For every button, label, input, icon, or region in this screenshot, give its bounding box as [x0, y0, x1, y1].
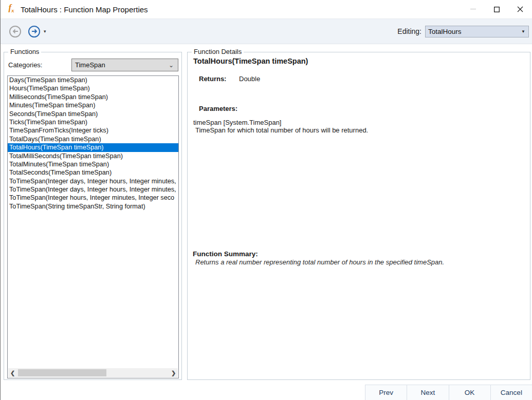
editing-combobox[interactable]: TotalHours ▼: [425, 26, 529, 37]
window-title: TotalHours : Function Map Properties: [21, 5, 148, 14]
function-list-item[interactable]: Milliseconds(TimeSpan timeSpan): [8, 93, 178, 101]
forward-arrow-icon: [31, 29, 38, 34]
function-list-item[interactable]: TotalMinutes(TimeSpan timeSpan): [8, 160, 178, 168]
parameters-label: Parameters:: [199, 105, 237, 112]
next-button[interactable]: Next: [407, 385, 448, 400]
function-list-item[interactable]: ToTimeSpan(Integer days, Integer hours, …: [8, 177, 178, 185]
maximize-icon: [494, 7, 500, 12]
categories-combobox-chevron-icon: ⌄: [169, 62, 174, 69]
title-bar: fx TotalHours : Function Map Properties: [1, 0, 532, 18]
function-signature-heading: TotalHours(TimeSpan timeSpan): [193, 57, 308, 65]
minimize-icon: [470, 9, 476, 10]
forward-button[interactable]: [28, 26, 40, 37]
scroll-left-arrow-icon[interactable]: ❮: [8, 370, 17, 376]
functions-groupbox-label: Functions: [8, 48, 41, 55]
editing-combobox-caret-icon: ▼: [521, 29, 525, 34]
categories-label: Categories:: [8, 61, 42, 69]
parameter-description: TimeSpan for which total number of hours…: [195, 126, 368, 134]
function-list-item[interactable]: Seconds(TimeSpan timeSpan): [8, 110, 178, 118]
function-summary-label: Function Summary:: [193, 250, 258, 258]
returns-label: Returns:: [199, 75, 226, 83]
close-icon: [517, 6, 523, 12]
back-button[interactable]: [9, 26, 21, 37]
minimize-button[interactable]: [461, 0, 485, 18]
function-list-item[interactable]: TotalMilliSeconds(TimeSpan timeSpan): [8, 152, 178, 160]
categories-combobox[interactable]: TimeSpan ⌄: [71, 59, 178, 71]
function-details-groupbox-label: Function Details: [192, 48, 244, 55]
scrollbar-thumb[interactable]: [18, 369, 106, 376]
parameter-name: timeSpan [System.TimeSpan]: [193, 119, 281, 126]
function-list-item[interactable]: Minutes(TimeSpan timeSpan): [8, 101, 178, 109]
close-button[interactable]: [508, 0, 532, 18]
editing-combobox-value: TotalHours: [428, 28, 462, 35]
fx-icon: fx: [6, 3, 16, 15]
function-list-item[interactable]: Ticks(TimeSpan timeSpan): [8, 118, 178, 126]
function-list-item[interactable]: TotalSeconds(TimeSpan timeSpan): [8, 168, 178, 177]
function-list-item[interactable]: Days(TimeSpan timeSpan): [8, 76, 178, 84]
cancel-button[interactable]: Cancel: [490, 385, 532, 400]
categories-combobox-value: TimeSpan: [75, 61, 105, 69]
function-details-groupbox: Function Details TotalHours(TimeSpan tim…: [187, 52, 530, 380]
returns-value: Double: [239, 75, 260, 83]
function-list-item[interactable]: ToTimeSpan(Integer days, Integer hours, …: [8, 185, 178, 194]
prev-button[interactable]: Prev: [365, 385, 407, 400]
function-list-item[interactable]: TimeSpanFromTicks(Integer ticks): [8, 126, 178, 135]
editing-label: Editing:: [397, 27, 421, 35]
back-arrow-icon: [12, 29, 19, 34]
function-list-item[interactable]: TotalHours(TimeSpan timeSpan): [8, 143, 178, 151]
ok-button[interactable]: OK: [449, 385, 490, 400]
function-list[interactable]: Days(TimeSpan timeSpan)Hours(TimeSpan ti…: [7, 75, 179, 378]
forward-dropdown-caret-icon[interactable]: ▾: [44, 29, 46, 34]
function-summary-text: Returns a real number representing total…: [195, 258, 444, 266]
function-list-item[interactable]: ToTimeSpan(String timeSpanStr, String fo…: [8, 202, 178, 211]
function-list-item[interactable]: TotalDays(TimeSpan timeSpan): [8, 135, 178, 143]
function-list-item[interactable]: Hours(TimeSpan timeSpan): [8, 84, 178, 92]
functions-groupbox: Functions Categories: TimeSpan ⌄ Days(Ti…: [4, 52, 182, 380]
scroll-right-arrow-icon[interactable]: ❯: [169, 370, 178, 376]
function-map-properties-window: fx TotalHours : Function Map Properties …: [0, 0, 532, 400]
function-list-item[interactable]: ToTimeSpan(Integer hours, Integer minute…: [8, 194, 178, 202]
footer-button-bar: PrevNextOKCancel: [365, 385, 532, 400]
maximize-button[interactable]: [485, 0, 508, 18]
horizontal-scrollbar[interactable]: ❮ ❯: [8, 368, 178, 377]
toolbar: ▾ Editing: TotalHours ▼: [1, 18, 532, 44]
